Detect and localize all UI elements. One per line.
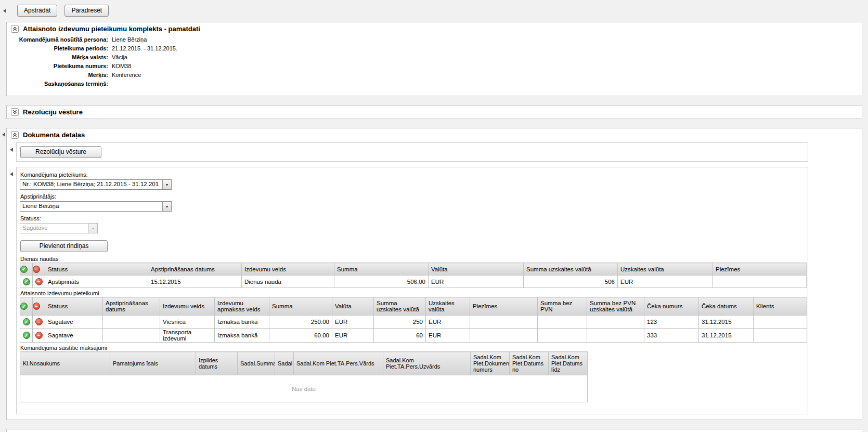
cell-receipt-number: 333: [644, 329, 699, 343]
collapse-left-icon[interactable]: [3, 9, 6, 13]
column-header[interactable]: Čeka datums: [699, 297, 754, 316]
field-value: 21.12.2015. - 31.12.2015.: [112, 45, 177, 51]
approve-cell[interactable]: ✓: [20, 276, 33, 288]
remove-all-header[interactable]: −: [33, 263, 45, 276]
cell-receipt-number: 123: [644, 316, 699, 329]
approve-icon[interactable]: ✓: [20, 303, 28, 310]
approve-icon[interactable]: ✓: [23, 278, 30, 285]
column-header[interactable]: Sadal.Kom Piet.Datums līdz: [549, 352, 588, 375]
cell-payment-type: Izmaksa bankā: [215, 316, 269, 329]
expense-requests-table: ✓ − Statuss Apstiprināšanas datums Izdev…: [20, 297, 807, 343]
inner-panel-form: Komandējuma pieteikums: Nr.: KOM38; Lien…: [16, 167, 808, 414]
approve-cell[interactable]: ✓: [20, 329, 33, 343]
remove-icon[interactable]: −: [33, 266, 40, 273]
column-header[interactable]: Valūta: [332, 297, 374, 316]
column-header[interactable]: Statuss: [45, 263, 148, 276]
approve-all-header[interactable]: ✓: [20, 263, 33, 276]
cell-amount-accounting: 506: [524, 276, 618, 288]
section-document-details-header[interactable]: Dokumenta detaļas: [7, 128, 862, 141]
no-data-message: Nav datu: [20, 375, 588, 402]
column-header[interactable]: Sadal.Summa: [238, 352, 275, 375]
column-header[interactable]: Summa bez PVN: [538, 297, 587, 316]
approve-all-header[interactable]: ✓: [20, 297, 33, 316]
remove-icon[interactable]: −: [33, 303, 40, 310]
column-header[interactable]: Pamatojums īsais: [110, 352, 196, 375]
column-header[interactable]: Klients: [754, 297, 807, 316]
column-header[interactable]: Summa: [269, 297, 332, 316]
column-header[interactable]: Uzskaites valūta: [426, 297, 470, 316]
field-value: KOM38: [112, 63, 131, 69]
chevron-down-icon[interactable]: ▼: [162, 202, 171, 211]
cell-approval-date: [103, 329, 160, 343]
collapse-left-icon[interactable]: [2, 133, 5, 137]
column-header[interactable]: Apstiprināšanas datums: [103, 297, 160, 316]
approve-icon[interactable]: ✓: [23, 318, 30, 325]
column-header[interactable]: Sadal.Kom Piet.TA.Pers.Uzvārds: [383, 352, 471, 375]
chevron-down-icon: ▼: [88, 224, 97, 233]
collapse-left-icon[interactable]: [10, 172, 13, 176]
approver-select[interactable]: Liene Bērziņa ▼: [20, 201, 172, 212]
cell-amount-accounting: 250: [374, 316, 426, 329]
section-task-details-header[interactable]: Uzdevuma detaļas: [7, 429, 862, 432]
chevron-down-icon[interactable]: ▼: [162, 180, 171, 189]
cell-amount: 250.00: [269, 316, 332, 329]
column-header[interactable]: Apstiprināšanas datums: [148, 263, 242, 276]
column-header[interactable]: Sadal.Kom Piet.Datums no: [510, 352, 549, 375]
related-payments-label: Komandējuma saistītie maksājumi: [20, 345, 805, 351]
expand-section-icon[interactable]: [11, 108, 19, 116]
approver-group: Apstiprinātājs: Liene Bērziņa ▼: [20, 193, 805, 212]
cell-accounting-currency: EUR: [426, 316, 470, 329]
cell-payment-type: Izmaksa bankā: [215, 329, 269, 343]
column-header[interactable]: Sadal: [275, 352, 294, 375]
section-title: Attaisnoto izdevumu pieteikumu komplekts…: [23, 25, 200, 33]
column-header[interactable]: Summa: [334, 263, 429, 276]
approve-cell[interactable]: ✓: [20, 316, 33, 329]
collapse-left-icon[interactable]: [10, 148, 13, 152]
column-header[interactable]: Statuss: [45, 297, 103, 316]
forward-button[interactable]: Pāradresēt: [64, 5, 109, 17]
remove-icon[interactable]: −: [35, 318, 43, 325]
status-group: Statuss: Sagatave ▼: [20, 215, 805, 233]
section-task-details: Uzdevuma detaļas: [6, 429, 862, 432]
column-header[interactable]: Kl.Nosaukums: [20, 352, 110, 375]
column-header[interactable]: Summa bez PVN uzskaites valūtā: [587, 297, 644, 316]
basics-fields: Komandējumā nosūtītā persona:Liene Bērzi…: [7, 35, 862, 96]
column-header[interactable]: Uzskaites valūta: [618, 263, 713, 276]
cell-notes: [470, 316, 538, 329]
remove-icon[interactable]: −: [35, 332, 43, 339]
trip-request-label: Komandējuma pieteikums:: [20, 172, 805, 178]
column-header[interactable]: Izdevumu veids: [242, 263, 334, 276]
column-header[interactable]: Izdevumu apmaksas veids: [215, 297, 269, 316]
approver-label: Apstiprinātājs:: [20, 193, 805, 200]
remove-all-header[interactable]: −: [33, 297, 45, 316]
field-value: Vācija: [112, 54, 127, 60]
collapse-section-icon[interactable]: [11, 131, 19, 139]
field-label: Saskaņošanas termiņš:: [7, 81, 108, 87]
column-header[interactable]: Valūta: [429, 263, 524, 276]
process-button[interactable]: Apstrādāt: [17, 5, 57, 17]
column-header[interactable]: Piezīmes: [713, 263, 807, 276]
section-resolution-history-header[interactable]: Rezolūciju vēsture: [7, 106, 862, 119]
column-header[interactable]: Izdevumu veids: [160, 297, 215, 316]
resolution-history-button[interactable]: Rezolūciju vēsture: [20, 146, 101, 158]
approve-icon[interactable]: ✓: [23, 332, 30, 339]
section-basics-header[interactable]: Attaisnoto izdevumu pieteikumu komplekts…: [7, 22, 862, 35]
add-rows-button[interactable]: Pievienot rindiņas: [20, 240, 108, 252]
column-header[interactable]: Sadal.Kom Piet.TA.Pers.Vārds: [294, 352, 383, 375]
remove-cell[interactable]: −: [33, 316, 45, 329]
cell-status: Apstiprināts: [45, 276, 148, 288]
remove-icon[interactable]: −: [35, 278, 43, 285]
remove-cell[interactable]: −: [33, 276, 45, 288]
trip-request-select[interactable]: Nr.: KOM38; Liene Bērziņa; 21.12.2015 - …: [20, 179, 172, 190]
column-header[interactable]: Summa uzskaites valūtā: [374, 297, 426, 316]
column-header[interactable]: Čeka numurs: [644, 297, 699, 316]
column-header[interactable]: Izpildes datums: [196, 352, 238, 375]
approve-icon[interactable]: ✓: [20, 266, 28, 273]
column-header[interactable]: Summa uzskaites valūtā: [524, 263, 618, 276]
column-header[interactable]: Sadal.Kom Piet.Dokumen numurs: [471, 352, 510, 375]
column-header[interactable]: Piezīmes: [470, 297, 538, 316]
remove-cell[interactable]: −: [33, 329, 45, 343]
cell-expense-type: Viesnīca: [160, 316, 215, 329]
cell-amount-accounting: 60: [374, 329, 426, 343]
collapse-section-icon[interactable]: [11, 25, 19, 33]
